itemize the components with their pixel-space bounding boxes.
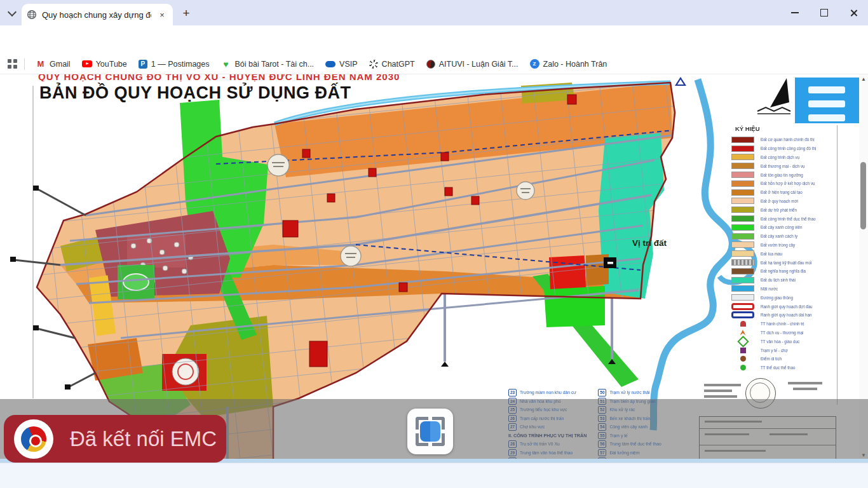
bookmark-items: MGmailYouTubeP1 — Postimages♥Bói bài Tar… — [30, 57, 613, 72]
legend-label: Đất công trình dịch vụ — [761, 155, 799, 159]
legend-label: Đất hạ tầng kỹ thuật đầu mối — [761, 261, 812, 265]
windows-taskbar: Type here to search 30°C Nắng rải rác V — [0, 463, 868, 488]
legend-item: Đất cơ quan hành chính đô thị — [726, 135, 836, 144]
legend-item: Đường giao thông — [726, 293, 836, 302]
legend-item: Đất dự trữ phát triển — [726, 205, 836, 214]
legend-label: Đất cơ quan hành chính đô thị — [761, 137, 815, 142]
bookmark-vsip[interactable]: VSIP — [320, 57, 363, 71]
legend-swatch — [731, 241, 754, 248]
browser-tab[interactable]: Quy hoạch chung xây dựng đô × — [22, 4, 173, 25]
bookmark-tarot[interactable]: ♥Bói bài Tarot - Tài ch... — [215, 57, 320, 72]
legend-item: Đất tôn giáo tín ngưỡng — [726, 170, 836, 179]
emc-connection-banner[interactable]: Đã kết nối EMC — [4, 415, 226, 463]
bookmark-gmail[interactable]: MGmail — [30, 57, 76, 72]
bookmark-label: VSIP — [339, 60, 358, 69]
legend-label: Ranh giới quy hoạch dài hạn — [761, 313, 811, 317]
legend-label: Điểm di tích — [761, 356, 782, 361]
scrollbar-thumb[interactable] — [860, 162, 866, 229]
legend-symbol-green-dot — [731, 365, 754, 370]
legend-swatch — [731, 198, 754, 204]
bookmark-label: Bói bài Tarot - Tài ch... — [235, 60, 315, 69]
emc-eye-logo-icon — [14, 419, 53, 459]
legend-boundary-swatch — [731, 303, 754, 310]
bookmark-label: Zalo - Hoành Trân — [543, 60, 607, 69]
tarot-icon: ♥ — [221, 59, 231, 69]
window-close-button[interactable] — [839, 0, 868, 25]
legend-label: Đất tôn giáo tín ngưỡng — [761, 173, 803, 177]
legend-item: Đất công trình thể dục thể thao — [726, 214, 836, 223]
bookmarks-bar: MGmailYouTubeP1 — Postimages♥Bói bài Tar… — [0, 54, 868, 74]
legend-item: Đất công trình công cộng đô thị — [726, 144, 836, 153]
legend-label: Mặt nước — [761, 287, 778, 291]
postimages-icon: P — [139, 60, 147, 69]
bookmark-chatgpt[interactable]: ChatGPT — [363, 57, 421, 71]
legend-label: Đất công trình công cộng đô thị — [761, 146, 817, 151]
legend-item: Đất nghĩa trang nghĩa địa — [726, 267, 836, 276]
legend-label: Ranh giới quy hoạch đợt đầu — [761, 304, 812, 309]
legend-swatch — [731, 250, 754, 257]
zalo-icon: Z — [530, 59, 539, 69]
legend-boundary-item: Ranh giới quy hoạch dài hạn — [726, 311, 836, 320]
new-tab-button[interactable]: + — [179, 6, 193, 20]
works-item-label: Trạm xử lý nước thải — [609, 390, 649, 395]
web-page: QUY HOẠCH CHUNG ĐÔ THỊ VÕ XU - HUYỆN ĐỨC… — [0, 74, 868, 463]
legend-item: Đất du lịch sinh thái — [726, 276, 836, 285]
legend-symbol-item: TT văn hóa - giáo dục — [726, 337, 836, 346]
legend-symbol-red-arc — [731, 321, 754, 327]
legend-symbol-item: Điểm di tích — [726, 355, 836, 363]
legend-symbol-item: TT thể dục thể thao — [726, 363, 836, 372]
bookmark-postimages[interactable]: P1 — Postimages — [133, 57, 215, 71]
legend-item: Đất hỗn hợp ở kết hợp dịch vụ — [726, 179, 836, 188]
legend-swatch — [731, 215, 754, 222]
tab-title: Quy hoạch chung xây dựng đô — [42, 10, 151, 20]
works-item-number: 23 — [508, 389, 517, 396]
scroll-up-icon[interactable]: ▲ — [860, 77, 867, 82]
tab-search-chevron-icon[interactable] — [6, 8, 18, 18]
legend-boundary-item: Ranh giới quy hoạch đợt đầu — [726, 302, 836, 311]
legend-label: Đất ở hiện trạng cải tạo — [761, 190, 803, 194]
legend-swatch — [731, 207, 754, 213]
legend-swatch — [731, 163, 754, 169]
window-minimize-button[interactable] — [780, 0, 810, 25]
legend-swatch — [731, 259, 754, 266]
works-list-item: 23Trường mầm non khu dân cư — [508, 388, 587, 397]
bookmark-label: YouTube — [96, 60, 127, 69]
legend-label: Đất du lịch sinh thái — [761, 278, 796, 282]
window-maximize-button[interactable] — [810, 0, 839, 25]
legend-label: Đất nghĩa trang nghĩa địa — [761, 269, 806, 273]
legend-label: Đất vườn trồng cây — [761, 243, 795, 247]
legend-swatch — [731, 294, 754, 301]
legend-swatch — [731, 285, 754, 292]
bookmark-label: AITUVI - Luận Giải T... — [439, 60, 519, 69]
legend-item: Đất hạ tầng kỹ thuật đầu mối — [726, 258, 836, 267]
legend-swatch — [731, 233, 754, 240]
legend-swatch — [731, 154, 754, 160]
map-red-header: QUY HOẠCH CHUNG ĐÔ THỊ VÕ XU - HUYỆN ĐỨC… — [38, 74, 400, 82]
legend-boundary-swatch — [731, 311, 754, 318]
emc-banner-text: Đã kết nối EMC — [70, 427, 217, 451]
legend-symbol-item: TT hành chính - chính trị — [726, 320, 836, 329]
legend-swatch — [731, 137, 754, 143]
browser-toolbar: ← → ⟳ sxd.binhthuan.gov.vn/quy-hoach-kie… — [0, 25, 868, 54]
bookmark-aituvi[interactable]: AITUVI - Luận Giải T... — [421, 57, 524, 71]
tab-close-icon[interactable]: × — [156, 9, 168, 20]
legend-label: Đất lúa màu — [761, 252, 782, 256]
gmail-icon: M — [36, 59, 46, 69]
legend-swatch — [731, 224, 754, 231]
bookmark-youtube[interactable]: YouTube — [76, 57, 133, 71]
legend-symbol-brown-dot — [731, 356, 754, 362]
works-item-number: 50 — [598, 389, 606, 396]
legend-title: KÝ HIỆU — [735, 125, 836, 132]
map-menu-button[interactable] — [795, 78, 859, 123]
map-title: BẢN ĐỒ QUY HOẠCH SỬ DỤNG ĐẤT — [39, 82, 351, 102]
legend-label: TT dịch vụ - thương mại — [761, 330, 803, 335]
legend-label: Đất cây xanh công viên — [761, 225, 802, 229]
apps-grid-icon[interactable] — [8, 59, 18, 69]
screen-capture-icon[interactable] — [407, 409, 453, 454]
legend-symbol-orange-wing — [731, 330, 754, 336]
works-item-label: Trường mầm non khu dân cư — [520, 390, 576, 395]
legend-label: Đất dự trữ phát triển — [761, 208, 797, 212]
legend-swatch — [731, 189, 754, 196]
legend-label: Đường giao thông — [761, 295, 793, 300]
bookmark-zalo[interactable]: ZZalo - Hoành Trân — [524, 57, 613, 71]
